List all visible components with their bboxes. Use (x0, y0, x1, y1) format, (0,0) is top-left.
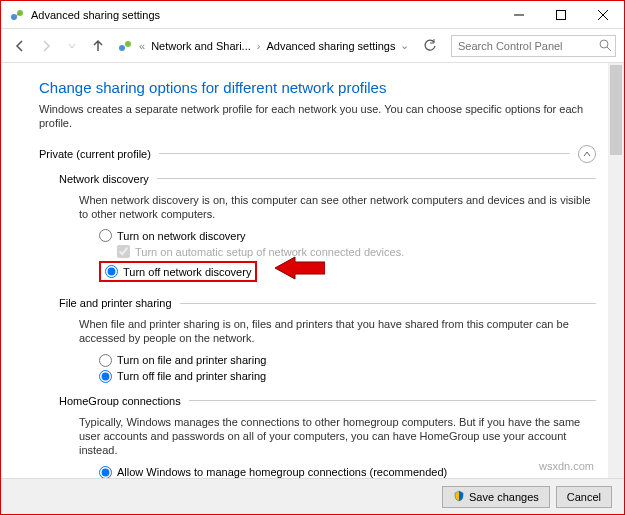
svg-marker-10 (275, 257, 325, 279)
titlebar: Advanced sharing settings (1, 1, 624, 29)
radio-allow-windows-manage[interactable]: Allow Windows to manage homegroup connec… (99, 466, 596, 478)
forward-button[interactable] (35, 35, 57, 57)
divider (189, 400, 596, 401)
section-network-discovery: Network discovery When network discovery… (59, 173, 596, 286)
checkbox-input (117, 245, 130, 258)
search-box (451, 35, 616, 57)
close-button[interactable] (582, 1, 624, 29)
radio-turn-off-discovery[interactable]: Turn off network discovery (99, 261, 257, 282)
divider (157, 178, 596, 179)
section-description: When file and printer sharing is on, fil… (79, 317, 596, 346)
page-heading: Change sharing options for different net… (39, 79, 596, 96)
button-label: Save changes (469, 491, 539, 503)
window-title: Advanced sharing settings (31, 9, 498, 21)
content-area: Change sharing options for different net… (1, 63, 624, 478)
profile-label: Private (current profile) (39, 148, 151, 160)
refresh-button[interactable] (419, 35, 441, 57)
svg-point-6 (119, 45, 125, 51)
window-controls (498, 1, 624, 29)
radio-input[interactable] (99, 466, 112, 478)
section-description: When network discovery is on, this compu… (79, 193, 596, 222)
radio-label: Turn off network discovery (123, 266, 251, 278)
radio-label: Turn on network discovery (117, 230, 246, 242)
navbar: « Network and Shari... › Advanced sharin… (1, 29, 624, 63)
page-description: Windows creates a separate network profi… (39, 102, 596, 131)
svg-point-7 (125, 41, 131, 47)
bottom-bar: Save changes Cancel (1, 478, 624, 514)
button-label: Cancel (567, 491, 601, 503)
section-title: Network discovery (59, 173, 149, 185)
network-sharing-icon (9, 7, 25, 23)
breadcrumb-advanced-sharing[interactable]: Advanced sharing settings (264, 38, 397, 54)
section-description: Typically, Windows manages the connectio… (79, 415, 596, 458)
radio-input[interactable] (105, 265, 118, 278)
cancel-button[interactable]: Cancel (556, 486, 612, 508)
maximize-button[interactable] (540, 1, 582, 29)
up-button[interactable] (87, 35, 109, 57)
minimize-button[interactable] (498, 1, 540, 29)
section-homegroup: HomeGroup connections Typically, Windows… (59, 395, 596, 478)
radio-label: Turn off file and printer sharing (117, 370, 266, 382)
radio-input[interactable] (99, 229, 112, 242)
back-button[interactable] (9, 35, 31, 57)
network-sharing-icon (117, 38, 133, 54)
search-icon[interactable] (599, 38, 612, 56)
breadcrumb: « Network and Shari... › Advanced sharin… (117, 38, 411, 54)
scrollbar[interactable] (608, 63, 624, 478)
annotation-arrow (275, 255, 325, 285)
radio-turn-on-discovery[interactable]: Turn on network discovery (99, 229, 596, 242)
radio-turn-off-file-sharing[interactable]: Turn off file and printer sharing (99, 370, 596, 383)
divider (159, 153, 570, 154)
checkbox-label: Turn on automatic setup of network conne… (135, 246, 404, 258)
svg-point-8 (600, 40, 608, 48)
watermark: wsxdn.com (539, 460, 594, 472)
svg-line-9 (607, 47, 611, 51)
save-changes-button[interactable]: Save changes (442, 486, 550, 508)
radio-input[interactable] (99, 370, 112, 383)
search-input[interactable] (451, 35, 616, 57)
radio-turn-on-file-sharing[interactable]: Turn on file and printer sharing (99, 354, 596, 367)
divider (180, 303, 596, 304)
recent-dropdown[interactable] (61, 35, 83, 57)
checkbox-auto-setup: Turn on automatic setup of network conne… (117, 245, 596, 258)
scrollbar-thumb[interactable] (610, 65, 622, 155)
profile-header: Private (current profile) (39, 145, 596, 163)
section-title: HomeGroup connections (59, 395, 181, 407)
radio-label: Turn on file and printer sharing (117, 354, 266, 366)
chevron-right-icon: › (257, 40, 261, 52)
collapse-button[interactable] (578, 145, 596, 163)
chevron-down-icon[interactable]: ⌄ (400, 39, 409, 52)
svg-rect-3 (557, 10, 566, 19)
breadcrumb-network-sharing[interactable]: Network and Shari... (149, 38, 253, 54)
shield-icon (453, 490, 465, 504)
section-file-printer-sharing: File and printer sharing When file and p… (59, 297, 596, 383)
chevron-left-icon[interactable]: « (139, 40, 145, 52)
section-title: File and printer sharing (59, 297, 172, 309)
radio-label: Allow Windows to manage homegroup connec… (117, 466, 447, 478)
radio-input[interactable] (99, 354, 112, 367)
chevron-up-icon (582, 149, 592, 159)
